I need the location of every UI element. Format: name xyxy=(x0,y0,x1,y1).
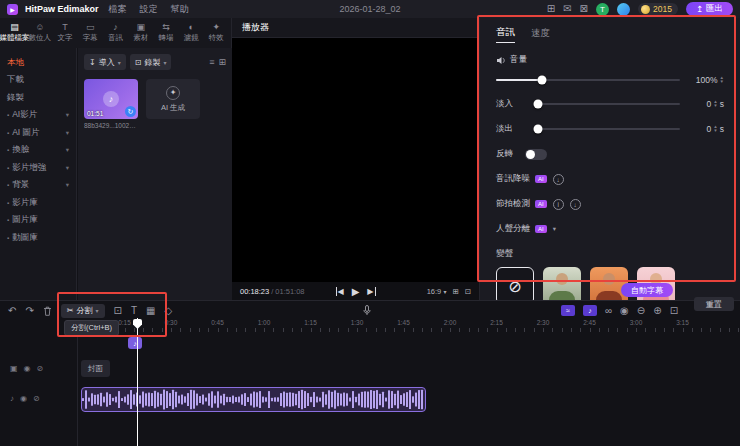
menu-help[interactable]: 幫助 xyxy=(168,3,192,16)
keyframe-icon[interactable]: ◇ xyxy=(164,306,172,316)
voice-option-male[interactable] xyxy=(543,267,581,300)
sidebar-item-record[interactable]: 錄製 xyxy=(0,89,76,107)
fade-out-value-box[interactable]: 0 ▲▼ s xyxy=(688,124,724,134)
sidebar-item-face-swap[interactable]: ▪換臉▾ xyxy=(0,142,76,160)
download-icon[interactable]: ↓ xyxy=(570,199,581,210)
tab-filters[interactable]: ◐濾鏡 xyxy=(179,23,204,43)
sidebar-item-video-enhance[interactable]: ▪影片增強▾ xyxy=(0,159,76,177)
trash-icon[interactable] xyxy=(43,306,52,316)
grid-view-icon[interactable]: ⊞ xyxy=(218,57,226,67)
sort-icon[interactable]: ≡ xyxy=(209,57,214,67)
slider-knob[interactable] xyxy=(534,125,543,134)
audio-track-header: ♪ ◉ ⊘ xyxy=(0,387,77,409)
slider-knob[interactable] xyxy=(538,76,547,85)
total-time: 01:51:08 xyxy=(275,287,304,296)
audio-wave-tool-icon[interactable]: ≈ xyxy=(561,305,575,316)
fit-timeline-icon[interactable]: ⊡ xyxy=(670,306,678,316)
eye-icon[interactable]: ◉ xyxy=(20,394,27,403)
coins-badge[interactable]: 2015 xyxy=(638,3,678,15)
timeline-ruler[interactable]: 0:150:300:451:001:151:301:452:002:152:30… xyxy=(78,319,740,333)
message-icon[interactable]: ✉ xyxy=(563,4,571,14)
tab-subtitle[interactable]: ▭字幕 xyxy=(78,23,103,43)
sidebar-item-video-library[interactable]: ▪影片庫 xyxy=(0,194,76,212)
record-button[interactable]: ⊡ 錄製 ▾ xyxy=(130,54,172,70)
slider-knob[interactable] xyxy=(534,100,543,109)
tab-audio[interactable]: ♪音訊 xyxy=(103,23,128,43)
gift-icon[interactable]: ⊠ xyxy=(580,4,588,14)
fade-in-slider[interactable] xyxy=(538,103,680,105)
track-thumb-icon[interactable]: ▣ xyxy=(10,364,18,373)
tab-stickers[interactable]: ▣素材 xyxy=(128,23,153,43)
play-icon[interactable]: ▶ xyxy=(352,286,360,297)
auto-subtitle-button[interactable]: 自動字幕 xyxy=(621,283,673,297)
track-audio-icon[interactable]: ♪ xyxy=(10,394,14,403)
crop-icon[interactable]: ⊡ xyxy=(114,306,122,316)
ai-generate-tile[interactable]: ✦ AI 生成 xyxy=(146,79,200,119)
magnet-icon[interactable]: ◉ xyxy=(620,306,629,316)
zoom-in-icon[interactable]: ⊕ xyxy=(653,306,661,316)
media-item[interactable]: ♪ 01:51 ↻ 88b3429...1002231 xyxy=(84,79,138,129)
split-button[interactable]: ✂ 分割 ▾ xyxy=(61,304,105,318)
link-icon[interactable]: ∞ xyxy=(605,306,612,316)
microphone-icon[interactable] xyxy=(363,305,371,316)
sidebar-item-download[interactable]: 下載 xyxy=(0,72,76,90)
info-icon[interactable]: i xyxy=(553,199,564,210)
zoom-out-icon[interactable]: ⊖ xyxy=(637,306,645,316)
playhead[interactable] xyxy=(137,318,138,446)
sidebar-item-ai-image[interactable]: ▪AI 圖片▾ xyxy=(0,124,76,142)
volume-value-box[interactable]: 100% ▲▼ xyxy=(688,75,724,85)
tab-media-files[interactable]: ▤媒體檔案 xyxy=(2,23,27,43)
avatar[interactable]: T xyxy=(596,3,609,16)
player-header: 播放器 xyxy=(232,18,479,38)
cover-button[interactable]: 封面 xyxy=(81,360,110,377)
audio-clip[interactable] xyxy=(81,387,426,412)
prev-frame-icon[interactable]: ◀ xyxy=(335,287,343,296)
tab-text[interactable]: T文字 xyxy=(52,23,77,43)
stepper-icons[interactable]: ▲▼ xyxy=(713,100,717,108)
undo-icon[interactable]: ↶ xyxy=(8,306,16,316)
download-icon[interactable]: ↓ xyxy=(553,174,564,185)
audio-note-tool-icon[interactable]: ♪ xyxy=(583,305,597,316)
sidebar-item-gif-library[interactable]: ▪動圖庫 xyxy=(0,229,76,247)
player-tab[interactable]: 播放器 xyxy=(242,21,269,34)
media-thumbnail[interactable]: ♪ 01:51 ↻ xyxy=(84,79,138,119)
tab-digital-human[interactable]: ☺數位人 xyxy=(27,23,52,43)
stepper-icons[interactable]: ▲▼ xyxy=(720,76,724,84)
menu-file[interactable]: 檔案 xyxy=(106,3,130,16)
fade-in-value-box[interactable]: 0 ▲▼ s xyxy=(688,99,724,109)
safe-area-icon[interactable]: ⊞ xyxy=(452,287,458,296)
redo-icon[interactable]: ↷ xyxy=(25,306,33,316)
menu-settings[interactable]: 設定 xyxy=(137,3,161,16)
volume-slider[interactable] xyxy=(496,79,680,81)
tab-speed[interactable]: 速度 xyxy=(531,27,550,43)
player-controls: 00:18:23 / 01:51:08 ◀ ▶ ▶ 16:9 ▾ ⊞ ⊡ xyxy=(232,282,479,300)
voice-option-none[interactable]: ⊘ xyxy=(496,267,534,300)
tab-effects[interactable]: ✦特效 xyxy=(204,23,229,43)
avatar-2[interactable] xyxy=(617,3,630,16)
chevron-down-icon: ▾ xyxy=(66,181,69,189)
tab-label: 濾鏡 xyxy=(184,33,199,43)
sidebar-item-image-library[interactable]: ▪圖片庫 xyxy=(0,212,76,230)
fullscreen-icon[interactable]: ⊡ xyxy=(465,287,471,296)
pip-icon[interactable]: ▦ xyxy=(146,306,155,316)
eye-icon[interactable]: ◉ xyxy=(24,364,31,373)
tab-transitions[interactable]: ⇆轉場 xyxy=(153,23,178,43)
fade-out-slider[interactable] xyxy=(538,128,680,130)
import-button[interactable]: ↧ 導入 ▾ xyxy=(84,54,126,70)
sidebar-item-ai-video[interactable]: ▪AI影片▾ xyxy=(0,107,76,125)
reverse-toggle[interactable] xyxy=(525,149,547,160)
sidebar-item-background[interactable]: ▪背景▾ xyxy=(0,177,76,195)
export-button[interactable]: ↥ 匯出 xyxy=(686,2,733,16)
stepper-icons[interactable]: ▲▼ xyxy=(713,125,717,133)
lock-icon[interactable]: ⊘ xyxy=(33,394,40,403)
sidebar-item-local[interactable]: 本地 xyxy=(0,54,76,72)
add-text-icon[interactable]: T xyxy=(131,306,137,316)
reset-button[interactable]: 重置 xyxy=(694,297,734,311)
lock-icon[interactable]: ⊘ xyxy=(37,364,44,373)
tab-audio-properties[interactable]: 音訊 xyxy=(496,26,515,43)
next-frame-icon[interactable]: ▶ xyxy=(367,287,375,296)
aspect-ratio-select[interactable]: 16:9 ▾ xyxy=(427,287,447,296)
video-preview[interactable] xyxy=(232,38,479,282)
apps-icon[interactable]: ⊞ xyxy=(547,4,555,14)
chevron-down-icon[interactable]: ▾ xyxy=(553,225,556,233)
